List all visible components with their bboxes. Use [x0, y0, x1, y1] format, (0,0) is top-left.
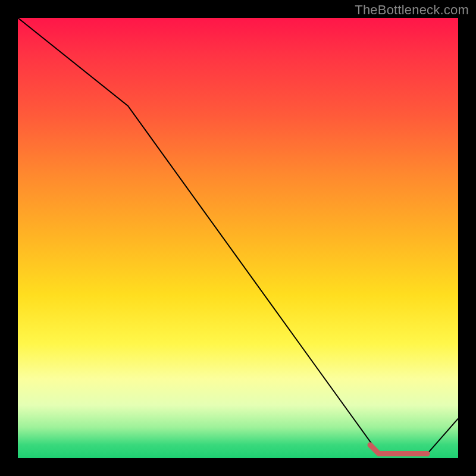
plot-area [18, 18, 458, 458]
chart-svg [18, 18, 458, 458]
series-black-line [18, 18, 458, 454]
highlight-bottleneck-region [370, 445, 427, 454]
chart-frame: TheBottleneck.com [0, 0, 476, 476]
watermark-text: TheBottleneck.com [355, 2, 469, 18]
